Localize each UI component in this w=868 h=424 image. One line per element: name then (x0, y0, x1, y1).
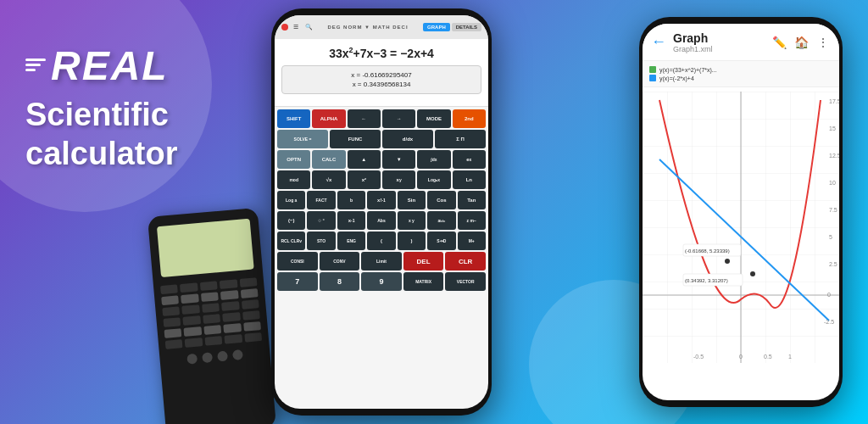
key-left[interactable]: ← (348, 109, 381, 128)
right-phone-screen: ← Graph Graph1.xml ✏️ 🏠 ⋮ y(x)=(33+x^2)+… (643, 24, 839, 400)
eq-text-1: y(x)=(33+x^2)+(7*x)... (659, 67, 717, 73)
key-conv[interactable]: CONV (320, 252, 360, 271)
key-del[interactable]: DEL (403, 252, 444, 271)
key-limit[interactable]: Limit (361, 252, 402, 271)
graph-topbar: ← Graph Graph1.xml ✏️ 🏠 ⋮ (643, 24, 839, 61)
key-x1[interactable]: x!-1 (367, 191, 395, 209)
svg-text:17.5: 17.5 (829, 98, 839, 104)
key-xy[interactable]: xy (382, 170, 415, 189)
calc-result1: x = -0.61669295407 (289, 71, 474, 79)
key-x2[interactable]: x² (348, 170, 381, 189)
key-2nd[interactable]: 2nd (453, 109, 486, 128)
calc-topbar-icons: ☰ 🔍 (281, 24, 313, 31)
graph-area: 17.5 15 12.5 10 7.5 5 2.5 0 -2.5 -0.5 0 … (643, 87, 839, 367)
keypad-row-7: RCL CLRv STO ENG ( ) S⇔D M+ (277, 232, 486, 250)
edit-icon[interactable]: ✏️ (771, 35, 787, 50)
key-sto[interactable]: STO (307, 232, 335, 250)
eq-color-green (649, 66, 656, 73)
calc-topbar-tabs[interactable]: GRAPH DETAILS (423, 23, 481, 31)
keypad-row-4: mod √x x² xy Logax Ln (277, 170, 486, 189)
tab-details[interactable]: DETAILS (452, 23, 481, 31)
key-ddx[interactable]: d/dx (382, 130, 433, 148)
keypad-row-6: (−) ○ ° x-1 Abs x y ab/c z m− (277, 211, 486, 230)
key-8[interactable]: 8 (320, 272, 360, 291)
key-xinv[interactable]: x-1 (337, 211, 365, 230)
graph-subtitle: Graph1.xml (673, 45, 771, 53)
key-optn[interactable]: OPTN (277, 150, 310, 169)
key-7[interactable]: 7 (277, 272, 318, 291)
brand-logo: REAL (25, 42, 178, 89)
key-mp[interactable]: M+ (458, 232, 486, 250)
phys-calc-buttons (153, 274, 270, 354)
key-ex[interactable]: ex (453, 150, 486, 169)
key-tan[interactable]: Tan (458, 191, 486, 209)
key-9[interactable]: 9 (361, 272, 402, 291)
middle-phone-screen: ☰ 🔍 DEG NORM ▼ MATH DECI GRAPH DETAILS 3… (275, 15, 488, 409)
svg-text:-0.5: -0.5 (693, 354, 704, 360)
key-func[interactable]: FUNC (330, 130, 381, 148)
key-mode[interactable]: MODE (417, 109, 450, 128)
svg-text:2.5: 2.5 (829, 261, 837, 267)
svg-text:12.5: 12.5 (829, 153, 839, 159)
key-ln[interactable]: Ln (453, 170, 486, 189)
calc-topbar: ☰ 🔍 DEG NORM ▼ MATH DECI GRAPH DETAILS (275, 15, 488, 39)
graph-topbar-actions: ✏️ 🏠 ⋮ (771, 35, 831, 50)
key-neg[interactable]: (−) (277, 211, 305, 230)
app-title: Scientific calculator (25, 96, 178, 173)
brand-name-text: REAL (51, 43, 169, 88)
calc-display: 33x2+7x−3 = −2x+4 x = -0.61669295407 x =… (275, 39, 488, 107)
svg-text:10: 10 (829, 180, 836, 186)
key-solve[interactable]: SOLVE = (277, 130, 328, 148)
app-title-line2: calculator (25, 135, 178, 174)
svg-point-4 (725, 259, 730, 264)
key-loga2[interactable]: Log a (277, 191, 305, 209)
calc-mode-text: DEG NORM ▼ MATH DECI (327, 25, 408, 30)
key-sum[interactable]: Σ Π (435, 130, 486, 148)
key-clr[interactable]: CLR (445, 252, 486, 271)
key-shift[interactable]: SHIFT (277, 109, 310, 128)
key-alpha[interactable]: ALPHA (312, 109, 345, 128)
key-abc[interactable]: ab/c (427, 211, 455, 230)
key-fact[interactable]: FACT (307, 191, 335, 209)
home-icon[interactable]: 🏠 (793, 35, 809, 50)
eq-text-2: y(x)=(-2*x)+4 (659, 75, 694, 81)
graph-back-button[interactable]: ← (651, 33, 666, 51)
svg-point-5 (750, 271, 755, 276)
key-down[interactable]: ▼ (382, 150, 415, 169)
middle-phone: ☰ 🔍 DEG NORM ▼ MATH DECI GRAPH DETAILS 3… (271, 8, 492, 416)
key-b[interactable]: b (337, 191, 365, 209)
key-close-paren[interactable]: ) (398, 232, 426, 250)
tab-graph[interactable]: GRAPH (423, 23, 450, 31)
key-eng[interactable]: ENG (337, 232, 365, 250)
app-title-line1: Scientific (25, 96, 178, 135)
graph-equations: y(x)=(33+x^2)+(7*x)... y(x)=(-2*x)+4 (643, 61, 839, 87)
key-abs[interactable]: Abs (367, 211, 395, 230)
key-right[interactable]: → (382, 109, 415, 128)
svg-text:1: 1 (788, 354, 792, 360)
more-icon[interactable]: ⋮ (815, 35, 831, 50)
key-sin[interactable]: Sin (398, 191, 426, 209)
brand-name: REAL (51, 42, 169, 89)
key-rcl[interactable]: RCL CLRv (277, 232, 305, 250)
graph-svg: 17.5 15 12.5 10 7.5 5 2.5 0 -2.5 -0.5 0 … (643, 87, 839, 367)
keypad-row-8: CONSI CONV Limit DEL CLR (277, 252, 486, 271)
key-vector[interactable]: VECTOR (445, 272, 486, 291)
key-cos[interactable]: Cos (427, 191, 455, 209)
key-sqrt[interactable]: √x (312, 170, 345, 189)
key-zm[interactable]: z m− (458, 211, 486, 230)
key-matrix[interactable]: MATRIX (403, 272, 444, 291)
graph-eq-item-2: y(x)=(-2*x)+4 (649, 75, 832, 81)
svg-text:(-0.61668, 5.23339): (-0.61668, 5.23339) (685, 248, 730, 254)
key-loga[interactable]: Logax (417, 170, 450, 189)
key-calc[interactable]: CALC (312, 150, 345, 169)
key-ssd[interactable]: S⇔D (427, 232, 455, 250)
key-up[interactable]: ▲ (348, 150, 381, 169)
svg-text:0: 0 (827, 292, 831, 298)
key-integral[interactable]: ∫dx (417, 150, 450, 169)
svg-text:(0.34392, 3.31207): (0.34392, 3.31207) (685, 278, 728, 283)
key-x-y[interactable]: x y (398, 211, 426, 230)
key-o[interactable]: ○ ° (307, 211, 335, 230)
key-open-paren[interactable]: ( (367, 232, 395, 250)
key-mod[interactable]: mod (277, 170, 310, 189)
key-consi[interactable]: CONSI (277, 252, 318, 271)
